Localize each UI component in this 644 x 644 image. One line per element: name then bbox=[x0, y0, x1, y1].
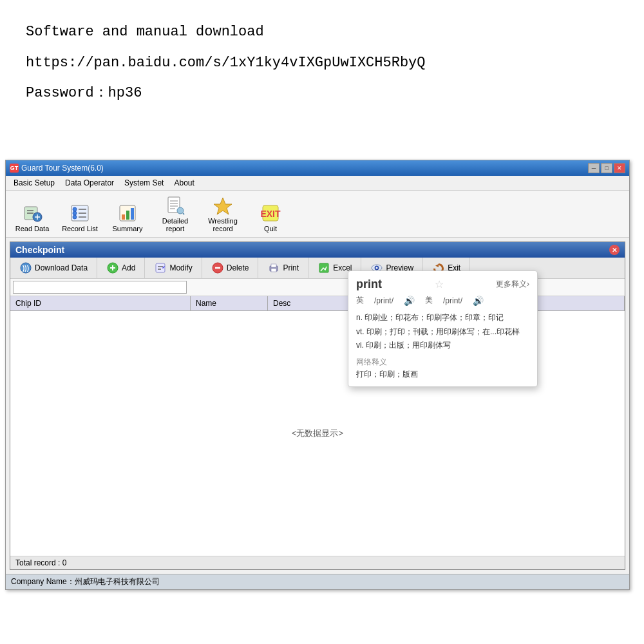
title-bar-left: GT Guard Tour System(6.0) bbox=[10, 164, 104, 173]
dict-def-3: vi. 印刷；出版；用印刷体写 bbox=[356, 339, 529, 353]
close-button[interactable]: ✕ bbox=[614, 163, 625, 173]
inner-window-title: Checkpoint bbox=[15, 245, 64, 255]
summary-label: Summary bbox=[112, 225, 142, 232]
download-icon: ))) bbox=[19, 261, 32, 274]
company-name: 州威玛电子科技有限公司 bbox=[75, 576, 160, 587]
quit-icon: EXIT bbox=[260, 203, 281, 223]
company-label: Company Name： bbox=[11, 576, 75, 587]
svg-point-8 bbox=[73, 211, 77, 215]
modify-icon bbox=[154, 261, 167, 274]
record-list-icon bbox=[70, 203, 90, 223]
phonetic-en: /print/ bbox=[374, 296, 393, 305]
maximize-button[interactable]: □ bbox=[601, 163, 612, 173]
svg-line-23 bbox=[183, 213, 184, 214]
read-data-label: Read Data bbox=[15, 225, 50, 232]
delete-icon bbox=[211, 261, 224, 274]
dict-network-def: 打印；印刷；版画 bbox=[356, 369, 529, 380]
col-header-name: Name bbox=[191, 296, 268, 310]
sound-en-button[interactable]: 🔊 bbox=[404, 296, 415, 306]
delete-button[interactable]: Delete bbox=[202, 258, 259, 278]
wrestling-record-icon bbox=[213, 195, 233, 216]
col-header-chip-id: Chip ID bbox=[10, 296, 191, 310]
dict-word-row: print ☆ 更多释义› bbox=[356, 278, 529, 291]
sound-us-button[interactable]: 🔊 bbox=[473, 296, 484, 306]
detailed-report-label: Detailed report bbox=[155, 217, 196, 232]
toolbar-read-data[interactable]: Read Data bbox=[10, 201, 55, 234]
total-record: Total record : 0 bbox=[15, 558, 66, 567]
quit-label: Quit bbox=[264, 225, 277, 232]
line3: Password：hp36 bbox=[26, 80, 618, 106]
svg-point-9 bbox=[73, 215, 77, 219]
menu-system-set[interactable]: System Set bbox=[119, 177, 169, 189]
toolbar-record-list[interactable]: Record List bbox=[57, 201, 102, 234]
dict-word: print bbox=[356, 278, 382, 291]
dict-phonetics: 英 /print/ 🔊 美 /print/ 🔊 bbox=[356, 295, 529, 306]
svg-rect-15 bbox=[126, 211, 129, 220]
phonetic-us-label: 美 bbox=[425, 295, 433, 306]
window-controls: ─ □ ✕ bbox=[588, 163, 625, 173]
title-bar: GT Guard Tour System(6.0) ─ □ ✕ bbox=[6, 160, 629, 176]
menu-bar: Basic Setup Data Operator System Set Abo… bbox=[6, 176, 629, 191]
svg-rect-38 bbox=[271, 269, 276, 272]
dict-more-link[interactable]: 更多释义› bbox=[496, 279, 529, 290]
excel-icon bbox=[317, 261, 330, 274]
top-text-area: Software and manual download https://pan… bbox=[0, 0, 644, 118]
minimize-button[interactable]: ─ bbox=[588, 163, 600, 173]
dict-star[interactable]: ☆ bbox=[435, 278, 444, 290]
menu-basic-setup[interactable]: Basic Setup bbox=[8, 177, 60, 189]
app-icon: GT bbox=[10, 164, 19, 173]
svg-point-22 bbox=[177, 207, 184, 214]
empty-data-label: <无数据显示> bbox=[292, 428, 343, 439]
search-input[interactable] bbox=[13, 281, 187, 294]
inner-close-button[interactable]: ✕ bbox=[609, 245, 620, 255]
modify-button[interactable]: Modify bbox=[145, 258, 202, 278]
svg-rect-16 bbox=[131, 208, 134, 220]
toolbar-wrestling-record[interactable]: Wrestling record bbox=[200, 193, 245, 234]
print-button[interactable]: Print bbox=[258, 258, 308, 278]
phonetic-us: /print/ bbox=[443, 296, 462, 305]
read-data-icon bbox=[22, 203, 43, 223]
download-data-button[interactable]: ))) Download Data bbox=[10, 258, 97, 278]
footer-bar: Company Name： 州威玛电子科技有限公司 bbox=[6, 574, 629, 589]
toolbar-summary[interactable]: Summary bbox=[105, 201, 150, 234]
dict-network-label: 网络释义 bbox=[356, 357, 529, 368]
svg-rect-39 bbox=[271, 264, 276, 267]
line2: https://pan.baidu.com/s/1xY1ky4vIXGpUwIX… bbox=[26, 50, 618, 76]
dict-popup: print ☆ 更多释义› 英 /print/ 🔊 美 /print/ 🔊 n.… bbox=[348, 270, 538, 387]
svg-point-43 bbox=[376, 267, 378, 269]
detailed-report-icon bbox=[165, 195, 185, 216]
add-button[interactable]: Add bbox=[97, 258, 145, 278]
svg-point-7 bbox=[73, 207, 77, 211]
toolbar: Read Data Record List bbox=[6, 191, 629, 238]
status-bar: Total record : 0 bbox=[10, 556, 625, 569]
svg-marker-24 bbox=[214, 198, 232, 214]
record-list-label: Record List bbox=[62, 225, 98, 232]
svg-text:))): ))) bbox=[23, 265, 29, 272]
svg-rect-14 bbox=[122, 214, 125, 220]
phonetic-en-label: 英 bbox=[356, 295, 364, 306]
menu-about[interactable]: About bbox=[169, 177, 199, 189]
app-title: Guard Tour System(6.0) bbox=[21, 164, 104, 173]
print-icon bbox=[267, 261, 280, 274]
dict-def-2: vt. 印刷；打印；刊载；用印刷体写；在...印花样 bbox=[356, 325, 529, 339]
summary-icon bbox=[117, 203, 138, 223]
line1: Software and manual download bbox=[26, 19, 618, 45]
inner-title-bar: Checkpoint ✕ bbox=[10, 242, 625, 258]
toolbar-quit[interactable]: EXIT Quit bbox=[248, 201, 293, 234]
dict-definitions: n. 印刷业；印花布；印刷字体；印章；印记 vt. 印刷；打印；刊载；用印刷体写… bbox=[356, 311, 529, 353]
add-icon bbox=[106, 261, 119, 274]
svg-text:EXIT: EXIT bbox=[260, 209, 281, 219]
wrestling-record-label: Wrestling record bbox=[202, 217, 243, 232]
dict-def-1: n. 印刷业；印花布；印刷字体；印章；印记 bbox=[356, 311, 529, 325]
menu-data-operator[interactable]: Data Operator bbox=[60, 177, 119, 189]
toolbar-detailed-report[interactable]: Detailed report bbox=[153, 193, 198, 234]
